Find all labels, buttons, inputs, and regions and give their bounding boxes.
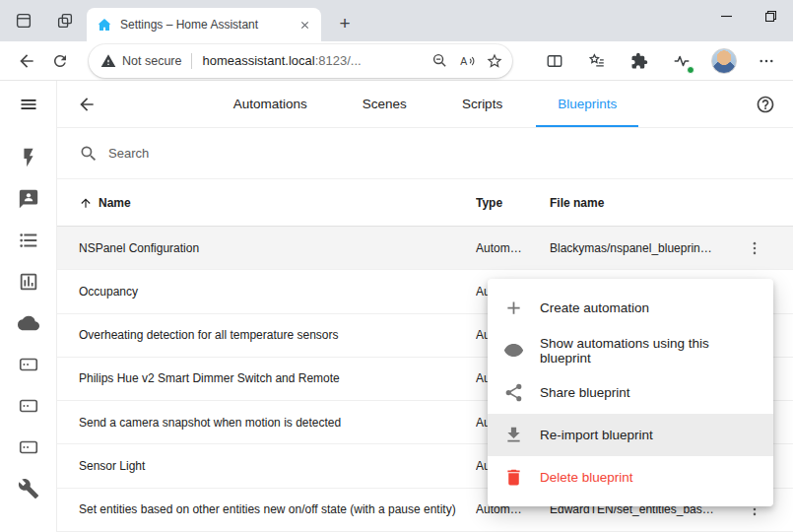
new-tab-button[interactable]: + — [331, 10, 359, 37]
table-row[interactable]: NSPanel Configuration Autom… Blackymas/n… — [57, 227, 793, 270]
url-text[interactable]: homeassistant.local:8123/... — [202, 53, 361, 68]
server-icon — [18, 436, 39, 458]
sidebar-item-history[interactable] — [0, 261, 57, 302]
wrench-icon — [18, 478, 39, 499]
split-screen-button[interactable] — [538, 44, 571, 78]
column-header-name[interactable]: Name — [79, 196, 476, 210]
workspaces-icon — [15, 12, 33, 30]
blueprint-context-menu: Create automation Show automations using… — [488, 279, 773, 506]
browser-back-button[interactable] — [10, 44, 43, 78]
tab-automations[interactable]: Automations — [206, 81, 335, 127]
back-arrow-icon — [77, 95, 97, 114]
extensions-puzzle-icon — [630, 52, 648, 70]
menu-item-label: Show automations using this blueprint — [540, 336, 758, 366]
window-controls — [704, 0, 793, 32]
row-name: Philips Hue v2 Smart Dimmer Switch and R… — [79, 371, 476, 385]
zoom-out-icon — [431, 52, 448, 69]
cloud-icon — [18, 312, 39, 334]
lightning-bolt-icon — [18, 147, 39, 168]
sidebar-item-developer-tools[interactable] — [0, 468, 57, 509]
sidebar-item-server-3[interactable] — [0, 427, 57, 468]
window-minimize-button[interactable] — [704, 0, 749, 32]
row-name: Send a camera snapshot when motion is de… — [79, 416, 476, 430]
split-screen-icon — [546, 52, 563, 70]
tab-blueprints[interactable]: Blueprints — [530, 81, 644, 127]
home-assistant-page: Automations Scenes Scripts Blueprints Na… — [0, 81, 793, 532]
help-circle-icon — [756, 95, 775, 114]
ha-back-button[interactable] — [71, 89, 102, 120]
home-assistant-favicon — [97, 17, 112, 33]
row-name: Occupancy — [79, 285, 476, 299]
not-secure-warning-icon — [100, 53, 116, 69]
tab-scripts[interactable]: Scripts — [434, 81, 530, 127]
read-aloud-button[interactable]: A — [453, 47, 481, 75]
favorites-button[interactable] — [580, 44, 614, 78]
kebab-menu-icon — [746, 239, 763, 257]
menu-item-share-blueprint[interactable]: Share blueprint — [488, 371, 773, 414]
row-name: Overheating detection for all temperatur… — [79, 328, 476, 342]
menu-item-label: Share blueprint — [540, 385, 630, 400]
essentials-status-dot — [687, 66, 694, 74]
list-icon — [18, 230, 39, 251]
browser-tab[interactable]: Settings – Home Assistant — [87, 8, 321, 41]
sidebar-item-assist[interactable] — [0, 178, 57, 220]
browser-window: Settings – Home Assistant + Not secure — [0, 0, 793, 532]
sidebar-menu-button[interactable] — [0, 81, 56, 128]
sidebar-item-server-1[interactable] — [0, 344, 57, 385]
not-secure-label[interactable]: Not secure — [122, 54, 181, 68]
sidebar-item-logbook[interactable] — [0, 220, 57, 261]
extensions-button[interactable] — [623, 44, 656, 78]
menu-item-show-automations[interactable]: Show automations using this blueprint — [488, 329, 773, 371]
search-input[interactable] — [108, 146, 522, 161]
download-icon — [503, 425, 524, 445]
ha-header: Automations Scenes Scripts Blueprints — [57, 81, 793, 128]
plus-icon — [503, 298, 524, 318]
url-port-path: :8123/... — [315, 53, 362, 68]
eye-icon — [503, 340, 524, 361]
tab-scenes[interactable]: Scenes — [335, 81, 434, 127]
column-header-file[interactable]: File name — [550, 196, 732, 210]
workspaces-button[interactable] — [12, 9, 35, 33]
tab-close-button[interactable] — [297, 17, 313, 33]
sidebar-item-server-2[interactable] — [0, 385, 57, 427]
zoom-out-button[interactable] — [426, 47, 453, 75]
refresh-icon — [51, 52, 69, 70]
favorite-star-button[interactable] — [481, 47, 508, 75]
sidebar-item-energy[interactable] — [0, 137, 57, 178]
server-icon — [18, 395, 39, 417]
browser-menu-button[interactable] — [750, 44, 783, 78]
sidebar-item-cloud[interactable] — [0, 302, 57, 344]
row-name: NSPanel Configuration — [79, 241, 476, 255]
chat-person-icon — [18, 188, 39, 210]
row-file: Blackymas/nspanel_blueprin… — [550, 241, 732, 255]
sidebar-items — [0, 137, 57, 509]
minimize-icon — [721, 11, 732, 22]
search-row — [57, 128, 793, 179]
window-restore-button[interactable] — [749, 0, 793, 32]
menu-item-reimport-blueprint[interactable]: Re-import blueprint — [488, 414, 773, 456]
row-menu-button[interactable] — [732, 239, 763, 257]
profile-button[interactable] — [707, 44, 741, 78]
server-icon — [18, 354, 39, 375]
ha-nav-tabs: Automations Scenes Scripts Blueprints — [206, 81, 644, 127]
tab-actions-button[interactable] — [53, 9, 77, 33]
row-name: Sensor Light — [79, 459, 476, 473]
browser-refresh-button[interactable] — [43, 44, 77, 78]
browser-tab-bar: Settings – Home Assistant + — [0, 0, 793, 41]
row-name: Set entities based on other entities new… — [79, 502, 476, 516]
back-arrow-icon — [17, 51, 36, 71]
browser-essentials-button[interactable] — [665, 44, 698, 78]
menu-item-delete-blueprint[interactable]: Delete blueprint — [488, 456, 773, 499]
column-header-type[interactable]: Type — [476, 196, 550, 210]
profile-avatar — [711, 48, 737, 74]
share-icon — [503, 382, 524, 403]
chart-box-icon — [18, 271, 39, 293]
help-button[interactable] — [750, 89, 781, 120]
row-type: Autom… — [476, 241, 550, 255]
copy-tabs-icon — [56, 12, 74, 30]
address-bar[interactable]: Not secure homeassistant.local:8123/... … — [89, 44, 512, 78]
menu-item-label: Delete blueprint — [540, 470, 633, 485]
hamburger-menu-icon — [19, 95, 38, 114]
menu-item-create-automation[interactable]: Create automation — [488, 287, 773, 329]
browser-toolbar: Not secure homeassistant.local:8123/... … — [0, 41, 793, 81]
